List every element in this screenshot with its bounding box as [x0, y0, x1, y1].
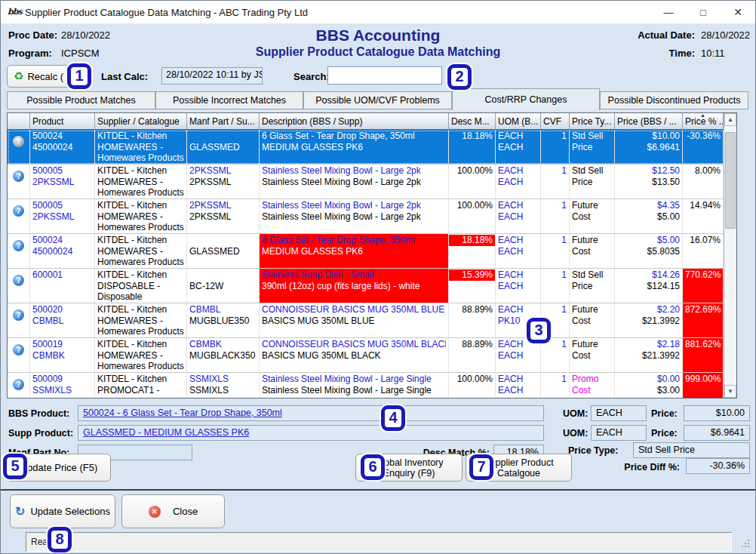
callout-6: 6 [361, 454, 385, 480]
table-row[interactable]: ?5000052PKSSMLKITDEL - KitchenHOMEWARES … [8, 165, 736, 199]
uom-supp-label: UOM: [563, 428, 588, 439]
uom-bbs-field: EACH [591, 405, 647, 421]
cell-manf-part: GLASSMED [187, 130, 260, 164]
question-icon: ? [8, 199, 30, 233]
tab-possible-incorrect-matches[interactable]: Possible Incorrect Matches [155, 91, 303, 109]
table-row[interactable]: ?50002445000024KITDEL - KitchenHOMEWARES… [8, 234, 736, 269]
close-label: Close [173, 506, 198, 517]
cell-price-pct: 8.00% [683, 165, 724, 199]
update-selections-label: Update Selections [30, 506, 110, 517]
question-icon: ? [8, 338, 30, 372]
callout-8: 8 [48, 527, 72, 552]
last-calc-label: Last Calc: [101, 71, 148, 82]
column-header[interactable]: Manf Part / Su... [187, 113, 260, 129]
cell-manf-part: 2PKSSML2PKSSML [187, 199, 260, 233]
update-price-label: Update Price (F5) [20, 462, 98, 473]
cell-manf-part: SSMIXLSSSMIXLS [187, 373, 260, 399]
proc-date-label: Proc Date: [8, 29, 57, 41]
table-row[interactable]: ?500019CBMBKKITDEL - KitchenHOMEWARES -H… [8, 338, 736, 373]
scroll-up-icon[interactable]: ▲ [724, 113, 736, 126]
cell-price-type: Std SellPrice [570, 165, 615, 199]
cell-price-pct: 16.07% [683, 234, 724, 268]
supp-product-link[interactable]: GLASSMED - MEDIUM GLASSES PK6 [83, 427, 249, 438]
close-button[interactable]: ✕ Close [121, 494, 225, 528]
cell-supplier-catalogue: KITDEL - KitchenDISPOSABLE -Disposable [95, 269, 187, 303]
column-icon[interactable] [8, 113, 30, 129]
cell-supplier-catalogue: KITDEL - KitchenHOMEWARES -Homewares Pro… [95, 234, 187, 268]
column-header[interactable]: CVF [541, 113, 570, 129]
close-circle-icon: ✕ [149, 506, 161, 518]
time-label: Time: [631, 48, 695, 59]
cell-description: 6 Glass Set - Tear Drop Shape, 350mlMEDI… [260, 130, 449, 164]
column-header[interactable]: UOM (B... [496, 113, 541, 129]
cell-supplier-catalogue: KITDEL - KitchenHOMEWARES -Homewares Pro… [95, 199, 187, 233]
cell-description: Stainless Steel Mixing Bowl - Large 2pkS… [260, 199, 449, 233]
tab-cost-rrp-changes[interactable]: Cost/RRP Changes [452, 88, 600, 110]
tab-possible-uom-cvf-problems[interactable]: Possible UOM/CVF Problems [303, 91, 452, 109]
cell-uom: EACHEACH [496, 234, 541, 268]
actual-date-value: 28/10/2022 [701, 29, 750, 41]
update-selections-button[interactable]: ↻ Update Selections [10, 494, 115, 528]
cell-desc-match: 18.18% [449, 234, 496, 268]
bbs-product-link[interactable]: 500024 - 6 Glass Set - Tear Drop Shape, … [83, 408, 282, 418]
table-row[interactable]: ?600001 KITDEL - KitchenDISPOSABLE -Disp… [8, 269, 736, 303]
column-header[interactable]: ▲Price % ... [683, 113, 724, 129]
cell-price: $2.20$21.3992 [615, 303, 683, 337]
proc-date-value: 28/10/2022 [61, 29, 110, 41]
cell-price-type: FutureCost [570, 199, 615, 233]
column-header[interactable]: Desc M... [449, 113, 496, 129]
cell-price-type: PromoCost [570, 373, 615, 399]
table-row[interactable]: ?500020CBMBLKITDEL - KitchenHOMEWARES -H… [8, 303, 736, 338]
time-value: 10:11 [701, 48, 725, 59]
maximize-button[interactable]: □ [686, 1, 721, 24]
table-row[interactable]: ?500009SSMIXLSKITDEL - KitchenPROMOCAT1 … [8, 373, 736, 399]
search-input[interactable] [327, 66, 442, 85]
cell-uom: EACHEACH [496, 165, 541, 199]
question-icon: ? [8, 234, 30, 268]
resize-grip-icon[interactable] [748, 546, 749, 547]
cell-price-type: FutureCost [570, 234, 615, 268]
close-window-button[interactable]: ✕ [721, 1, 755, 24]
cell-price-pct: 999.00% [683, 373, 724, 399]
tab-possible-product-matches[interactable]: Possible Product Matches [7, 91, 155, 109]
cell-manf-part: CBMBKMUGBLACK350 [187, 338, 260, 372]
column-header[interactable]: Description (BBS / Supp) [260, 113, 449, 129]
cell-price-type: Std SellPrice [570, 130, 615, 164]
cell-supplier-catalogue: KITDEL - KitchenHOMEWARES -Homewares Pro… [95, 303, 187, 337]
supp-product-field: GLASSMED - MEDIUM GLASSES PK6 [78, 425, 544, 441]
cell-cvf: 1 [541, 199, 570, 233]
column-header[interactable]: Price (BBS / ... [615, 113, 683, 129]
cell-cvf: 1 [541, 165, 570, 199]
cell-supplier-catalogue: KITDEL - KitchenPROMOCAT1 - [95, 373, 187, 399]
uom-supp-field: EACH [591, 425, 647, 441]
column-header[interactable]: Price Ty... [570, 113, 615, 129]
scrollbar-thumb[interactable] [725, 132, 736, 229]
cell-price-type: FutureCost [570, 303, 615, 337]
cell-description: CONNOISSEUR BASICS MUG 350ML BLACKBASICS… [260, 338, 449, 372]
table-row[interactable]: ?50002445000024KITDEL - KitchenHOMEWARES… [8, 130, 736, 165]
callout-1: 1 [67, 63, 91, 89]
supp-product-label: Supp Product: [8, 428, 73, 439]
minimize-button[interactable]: — [651, 1, 686, 24]
table-header[interactable]: ProductSupplier / CatalogueManf Part / S… [8, 113, 736, 130]
tab-possible-discontinued-products[interactable]: Possible Discontinued Products [600, 91, 748, 109]
table-body: ?50002445000024KITDEL - KitchenHOMEWARES… [8, 130, 736, 399]
price-type-label: Price Type: [568, 445, 618, 456]
vertical-scrollbar[interactable]: ▲ ▼ [724, 113, 736, 398]
question-icon: ? [8, 269, 30, 303]
cell-price: $4.35$5.00 [615, 199, 683, 233]
table-row[interactable]: ?5000052PKSSMLKITDEL - KitchenHOMEWARES … [8, 199, 736, 234]
column-header[interactable]: Supplier / Catalogue [95, 113, 187, 129]
price-bbs-field: $10.00 [684, 405, 750, 421]
scroll-down-icon[interactable]: ▼ [724, 385, 736, 398]
cell-manf-part: CBMBLMUGBLUE350 [187, 303, 260, 337]
cell-price-pct: -30.36% [683, 130, 724, 164]
cell-price: $12.50$13.50 [615, 165, 683, 199]
recalc-label: Recalc ( [27, 71, 63, 82]
column-header[interactable]: Product [30, 113, 95, 129]
cell-uom: EACHEACH [496, 269, 541, 303]
callout-2: 2 [447, 64, 472, 90]
cell-product: 50002445000024 [30, 130, 95, 164]
callout-7: 7 [469, 454, 493, 480]
cell-price: $10.00$6.9641 [615, 130, 683, 164]
